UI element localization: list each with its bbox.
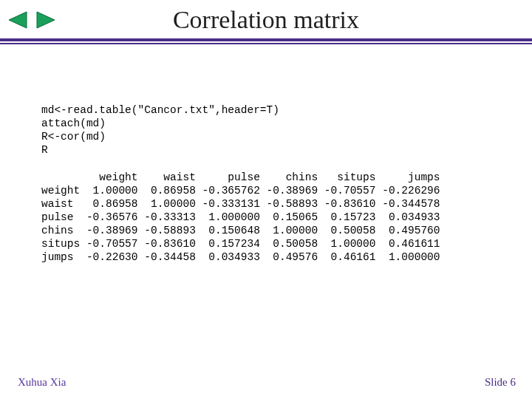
table-row: waist 0.86958 1.00000 -0.333131 -0.58893… [41, 198, 440, 210]
table-row: chins -0.38969 -0.58893 0.150648 1.00000… [41, 225, 440, 236]
slide-title: Correlation matrix [0, 0, 532, 37]
prev-arrow-icon [6, 10, 28, 30]
title-divider [0, 38, 532, 44]
table-row: weight 1.00000 0.86958 -0.365762 -0.3896… [41, 185, 440, 197]
next-arrow-icon [35, 10, 58, 30]
table-row: pulse -0.36576 -0.33313 1.000000 0.15065… [41, 211, 440, 223]
footer-author: Xuhua Xia [18, 376, 66, 389]
code-line: md<-read.table("Cancor.txt",header=T) [41, 104, 279, 116]
code-line: attach(md) [41, 117, 106, 129]
table-header-row: weight waist pulse chins situps jumps [41, 171, 440, 183]
prev-slide-button[interactable] [6, 10, 28, 33]
code-line: R<-cor(md) [41, 131, 106, 143]
svg-marker-0 [9, 12, 27, 28]
code-line: R [41, 144, 48, 156]
table-row: situps -0.70557 -0.83610 0.157234 0.5005… [41, 238, 440, 250]
svg-marker-1 [37, 12, 55, 28]
footer-slide-number: Slide 6 [485, 376, 516, 389]
slide-body: md<-read.table("Cancor.txt",header=T) at… [0, 44, 532, 265]
next-slide-button[interactable] [35, 10, 58, 33]
table-row: jumps -0.22630 -0.34458 0.034933 0.49576… [41, 251, 440, 263]
